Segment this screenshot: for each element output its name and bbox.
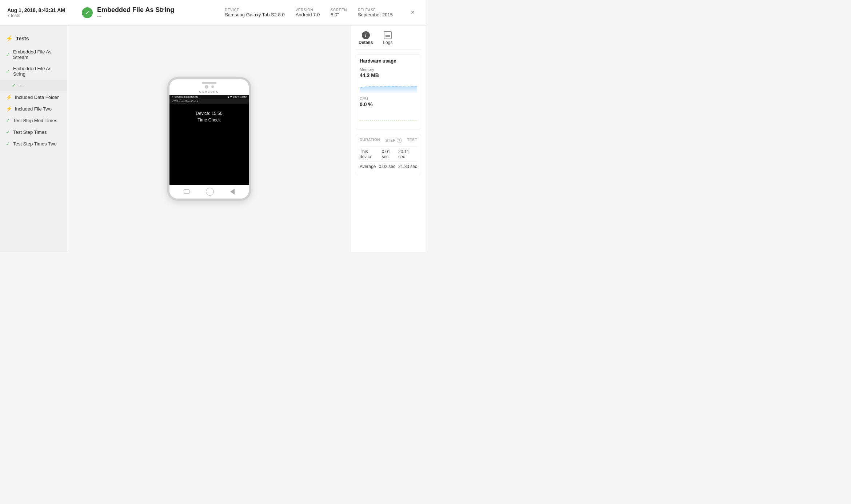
- sidebar-item-test-step-mod-times[interactable]: ✓ Test Step Mod Times: [0, 115, 67, 126]
- memory-chart: [360, 80, 417, 93]
- sidebar-label: Test Step Mod Times: [13, 118, 57, 123]
- cpu-label: CPU: [360, 96, 417, 101]
- screen-label: SCREEN: [331, 8, 347, 12]
- header-test-name: Embedded File As String: [97, 6, 174, 14]
- version-label: VERSION: [296, 8, 320, 12]
- header-meta: DEVICE Samsung Galaxy Tab S2 8.0 VERSION…: [225, 8, 407, 17]
- device-bottom-bar: [169, 185, 249, 199]
- sidebar-label: Embedded File As Stream: [13, 49, 61, 60]
- header-test-info: Embedded File As String ---: [97, 6, 174, 19]
- status-pass-icon: ✓: [82, 7, 93, 18]
- device-content-line2: Time Check: [197, 117, 221, 123]
- close-button[interactable]: ×: [407, 7, 418, 18]
- step-label: Step: [385, 139, 396, 143]
- release-value: September 2015: [358, 12, 393, 17]
- check-icon: ✓: [6, 117, 10, 123]
- release-label: RELEASE: [358, 8, 393, 12]
- meta-version: VERSION Android 7.0: [296, 8, 320, 17]
- sidebar-label: Embedded File As String: [13, 66, 61, 77]
- check-icon: ✓: [6, 68, 10, 74]
- this-device-step: 0.01 sec: [382, 149, 398, 159]
- device-screen: XTCAndroidTimeCheck ▲▼ 100% 15:50 XTCAnd…: [169, 95, 249, 185]
- device-camera-row: [205, 85, 214, 89]
- nav-recent-button[interactable]: [184, 189, 189, 194]
- duration-header: DURATION Step ? Test: [360, 138, 417, 143]
- device-app-bar: XTCAndroidTimeCheck: [169, 99, 249, 104]
- status-bar-right: ▲▼ 100% 15:50: [227, 96, 247, 98]
- lightning-fail-icon: ⚡: [6, 94, 12, 100]
- device-frame: SAMSUNG XTCAndroidTimeCheck ▲▼ 100% 15:5…: [167, 77, 251, 201]
- duration-average-row: Average 0.02 sec 21.33 sec: [360, 161, 417, 171]
- test-label: Test: [407, 138, 417, 143]
- tab-logs[interactable]: Logs: [380, 30, 395, 47]
- tab-details[interactable]: i Details: [356, 30, 376, 47]
- tab-details-label: Details: [359, 40, 373, 45]
- average-step: 0.02 sec: [379, 164, 395, 169]
- header-center: ✓ Embedded File As String ---: [75, 6, 225, 19]
- sidebar-label: ---: [19, 83, 24, 88]
- this-device-label: This device: [360, 149, 382, 159]
- sidebar-item-included-file-two[interactable]: ⚡ Included File Two: [0, 103, 67, 115]
- header: Aug 1, 2018, 8:43:31 AM 7 tests ✓ Embedd…: [0, 0, 426, 25]
- header-date: Aug 1, 2018, 8:43:31 AM: [7, 7, 75, 13]
- duration-label: DURATION: [360, 138, 380, 143]
- check-icon: ✓: [6, 129, 10, 135]
- check-icon: ✓: [6, 52, 10, 57]
- duration-section: DURATION Step ? Test This device 0.01 se…: [356, 134, 421, 175]
- camera-dot-1: [205, 85, 208, 89]
- log-line-1: [385, 34, 390, 35]
- hardware-usage-section: Hardware usage Memory 44.2 MB: [356, 54, 421, 129]
- header-test-sub: ---: [97, 14, 174, 19]
- this-device-test: 20.11 sec: [398, 149, 417, 159]
- help-icon[interactable]: ?: [397, 138, 402, 143]
- device-speaker: [202, 82, 216, 84]
- lightning-icon: ⚡: [6, 35, 13, 42]
- check-icon: ✓: [6, 141, 10, 147]
- status-bar-app: XTCAndroidTimeCheck: [172, 96, 198, 98]
- lightning-fail-icon: ⚡: [6, 106, 12, 112]
- step-header: Step ?: [385, 138, 402, 143]
- sidebar: ⚡ Tests ✓ Embedded File As Stream ✓ Embe…: [0, 25, 67, 252]
- device-content: Device: 15:50 Time Check: [169, 104, 249, 185]
- device-brand: SAMSUNG: [199, 90, 219, 93]
- logs-icon: [384, 31, 392, 39]
- version-value: Android 7.0: [296, 12, 320, 17]
- sidebar-title: ⚡ Tests: [0, 33, 67, 46]
- header-left: Aug 1, 2018, 8:43:31 AM 7 tests: [7, 7, 75, 18]
- app-bar-text: XTCAndroidTimeCheck: [172, 100, 198, 103]
- sidebar-item-dashes[interactable]: ✓ ---: [0, 80, 67, 91]
- sidebar-item-embedded-file-as-string[interactable]: ✓ Embedded File As String: [0, 63, 67, 80]
- device-status-bar: XTCAndroidTimeCheck ▲▼ 100% 15:50: [169, 95, 249, 99]
- device-value: Samsung Galaxy Tab S2 8.0: [225, 12, 285, 17]
- main-layout: ⚡ Tests ✓ Embedded File As Stream ✓ Embe…: [0, 25, 426, 252]
- sidebar-label: Test Step Times Two: [13, 141, 57, 147]
- sidebar-label: Test Step Times: [13, 129, 47, 135]
- details-icon: i: [362, 31, 370, 39]
- sidebar-item-test-step-times[interactable]: ✓ Test Step Times: [0, 126, 67, 138]
- sidebar-label: Included File Two: [15, 106, 52, 112]
- camera-dot-2: [211, 85, 214, 88]
- memory-value: 44.2 MB: [360, 72, 417, 78]
- device-content-line1: Device: 15:50: [196, 111, 222, 116]
- panel-tabs: i Details Logs: [356, 30, 421, 50]
- average-test: 21.33 sec: [398, 164, 417, 169]
- nav-back-button[interactable]: [230, 189, 235, 195]
- device-label: DEVICE: [225, 8, 285, 12]
- meta-device: DEVICE Samsung Galaxy Tab S2 8.0: [225, 8, 285, 17]
- device-top: SAMSUNG: [169, 79, 249, 95]
- log-line-3: [385, 36, 390, 37]
- check-icon: ✓: [12, 83, 16, 88]
- sidebar-item-embedded-file-as-stream[interactable]: ✓ Embedded File As Stream: [0, 46, 67, 63]
- header-tests-count: 7 tests: [7, 13, 75, 18]
- memory-label: Memory: [360, 67, 417, 72]
- screen-value: 8.0": [331, 12, 347, 17]
- right-panel: i Details Logs Hardware usage Memory 44.…: [351, 25, 426, 252]
- sidebar-item-test-step-times-two[interactable]: ✓ Test Step Times Two: [0, 138, 67, 149]
- cpu-chart: [360, 109, 417, 123]
- tab-logs-label: Logs: [383, 40, 392, 45]
- nav-home-button[interactable]: [206, 188, 214, 196]
- center-panel: SAMSUNG XTCAndroidTimeCheck ▲▼ 100% 15:5…: [67, 25, 351, 252]
- sidebar-item-included-data-folder[interactable]: ⚡ Included Data Folder: [0, 91, 67, 103]
- memory-metric: Memory 44.2 MB: [360, 67, 417, 93]
- cpu-value: 0.0 %: [360, 101, 417, 107]
